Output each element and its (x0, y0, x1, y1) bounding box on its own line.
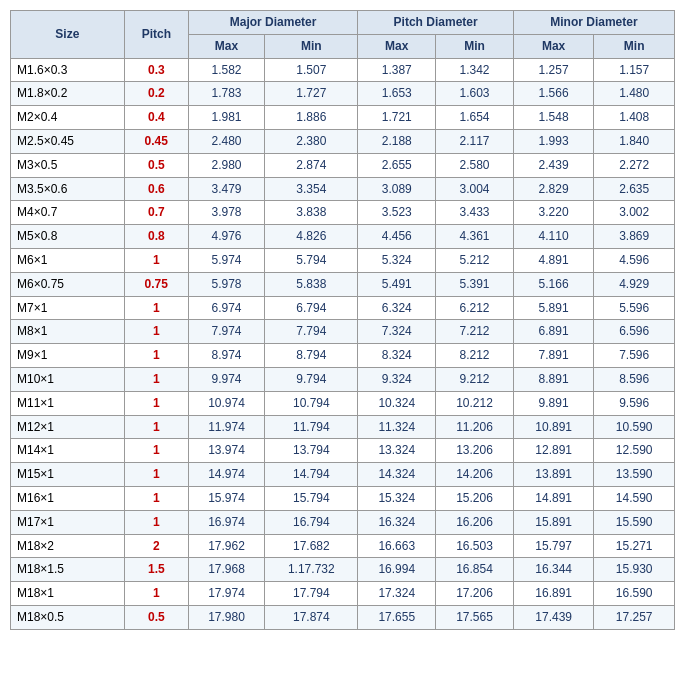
pitch-max-cell: 15.324 (358, 486, 436, 510)
table-row: M4×0.70.73.9783.8383.5233.4333.2203.002 (11, 201, 675, 225)
minor-max-cell: 16.344 (513, 558, 594, 582)
pitch-min-cell: 6.212 (436, 296, 514, 320)
size-cell: M18×0.5 (11, 605, 125, 629)
size-cell: M2×0.4 (11, 106, 125, 130)
pitch-cell: 1 (124, 391, 188, 415)
major-max-cell: 15.974 (188, 486, 264, 510)
size-cell: M3×0.5 (11, 153, 125, 177)
pitch-cell: 1 (124, 510, 188, 534)
major-max-cell: 3.479 (188, 177, 264, 201)
major-min-cell: 2.380 (265, 129, 358, 153)
minor-max-cell: 1.993 (513, 129, 594, 153)
minor-max-cell: 2.439 (513, 153, 594, 177)
pitch-cell: 1 (124, 367, 188, 391)
pitch-max-cell: 1.387 (358, 58, 436, 82)
pitch-min-header: Min (436, 34, 514, 58)
pitch-cell: 0.2 (124, 82, 188, 106)
major-max-cell: 4.976 (188, 225, 264, 249)
size-cell: M11×1 (11, 391, 125, 415)
pitch-min-cell: 10.212 (436, 391, 514, 415)
minor-max-cell: 8.891 (513, 367, 594, 391)
size-cell: M9×1 (11, 344, 125, 368)
pitch-min-cell: 13.206 (436, 439, 514, 463)
minor-min-cell: 4.596 (594, 248, 675, 272)
major-max-cell: 14.974 (188, 463, 264, 487)
pitch-min-cell: 3.004 (436, 177, 514, 201)
minor-max-cell: 16.891 (513, 582, 594, 606)
major-max-cell: 13.974 (188, 439, 264, 463)
table-row: M12×1111.97411.79411.32411.20610.89110.5… (11, 415, 675, 439)
size-cell: M18×1 (11, 582, 125, 606)
minor-min-cell: 4.929 (594, 272, 675, 296)
pitch-max-cell: 8.324 (358, 344, 436, 368)
size-cell: M4×0.7 (11, 201, 125, 225)
size-cell: M1.8×0.2 (11, 82, 125, 106)
pitch-min-cell: 1.654 (436, 106, 514, 130)
major-min-cell: 2.874 (265, 153, 358, 177)
pitch-cell: 0.3 (124, 58, 188, 82)
minor-min-cell: 12.590 (594, 439, 675, 463)
pitch-diameter-header: Pitch Diameter (358, 11, 514, 35)
minor-max-cell: 3.220 (513, 201, 594, 225)
pitch-max-cell: 17.324 (358, 582, 436, 606)
pitch-max-cell: 16.663 (358, 534, 436, 558)
pitch-max-cell: 14.324 (358, 463, 436, 487)
pitch-min-cell: 17.565 (436, 605, 514, 629)
major-min-cell: 5.838 (265, 272, 358, 296)
major-min-cell: 17.874 (265, 605, 358, 629)
minor-min-cell: 16.590 (594, 582, 675, 606)
major-min-cell: 1.727 (265, 82, 358, 106)
minor-max-cell: 9.891 (513, 391, 594, 415)
minor-min-cell: 14.590 (594, 486, 675, 510)
minor-min-header: Min (594, 34, 675, 58)
size-cell: M18×2 (11, 534, 125, 558)
minor-min-cell: 3.002 (594, 201, 675, 225)
pitch-cell: 0.4 (124, 106, 188, 130)
major-min-cell: 6.794 (265, 296, 358, 320)
size-header: Size (11, 11, 125, 59)
pitch-max-cell: 1.653 (358, 82, 436, 106)
pitch-cell: 0.8 (124, 225, 188, 249)
table-row: M5×0.80.84.9764.8264.4564.3614.1103.869 (11, 225, 675, 249)
major-min-cell: 5.794 (265, 248, 358, 272)
pitch-max-cell: 17.655 (358, 605, 436, 629)
pitch-cell: 1 (124, 344, 188, 368)
minor-min-cell: 15.930 (594, 558, 675, 582)
major-min-header: Min (265, 34, 358, 58)
major-max-cell: 11.974 (188, 415, 264, 439)
minor-max-cell: 15.891 (513, 510, 594, 534)
pitch-min-cell: 2.580 (436, 153, 514, 177)
pitch-min-cell: 16.206 (436, 510, 514, 534)
pitch-cell: 1 (124, 415, 188, 439)
major-max-cell: 16.974 (188, 510, 264, 534)
minor-min-cell: 1.408 (594, 106, 675, 130)
size-cell: M16×1 (11, 486, 125, 510)
minor-min-cell: 1.840 (594, 129, 675, 153)
minor-max-cell: 4.891 (513, 248, 594, 272)
thread-dimensions-table: Size Pitch Major Diameter Pitch Diameter… (10, 10, 675, 630)
pitch-cell: 1 (124, 463, 188, 487)
major-max-cell: 5.978 (188, 272, 264, 296)
pitch-cell: 1 (124, 582, 188, 606)
pitch-cell: 1 (124, 486, 188, 510)
major-min-cell: 3.838 (265, 201, 358, 225)
table-row: M1.8×0.20.21.7831.7271.6531.6031.5661.48… (11, 82, 675, 106)
major-max-cell: 17.968 (188, 558, 264, 582)
pitch-min-cell: 2.117 (436, 129, 514, 153)
major-min-cell: 10.794 (265, 391, 358, 415)
minor-min-cell: 1.157 (594, 58, 675, 82)
pitch-max-cell: 9.324 (358, 367, 436, 391)
minor-min-cell: 8.596 (594, 367, 675, 391)
pitch-min-cell: 15.206 (436, 486, 514, 510)
table-row: M16×1115.97415.79415.32415.20614.89114.5… (11, 486, 675, 510)
pitch-cell: 0.75 (124, 272, 188, 296)
major-max-cell: 2.980 (188, 153, 264, 177)
pitch-min-cell: 1.342 (436, 58, 514, 82)
major-max-cell: 17.974 (188, 582, 264, 606)
table-row: M17×1116.97416.79416.32416.20615.89115.5… (11, 510, 675, 534)
major-min-cell: 13.794 (265, 439, 358, 463)
minor-max-cell: 13.891 (513, 463, 594, 487)
minor-min-cell: 15.271 (594, 534, 675, 558)
major-max-cell: 5.974 (188, 248, 264, 272)
major-min-cell: 1.17.732 (265, 558, 358, 582)
